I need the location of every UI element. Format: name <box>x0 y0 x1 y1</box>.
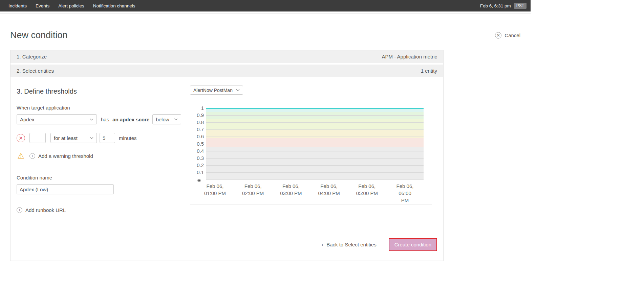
warning-triangle-icon: ⚠ <box>17 152 25 160</box>
y-gridline <box>206 172 424 173</box>
nav-divider <box>0 11 531 14</box>
card-footer: ‹ Back to Select entities Create conditi… <box>10 224 443 261</box>
chart-plot <box>206 108 424 179</box>
y-gridline <box>206 158 424 159</box>
chart-area: 10.90.80.70.60.50.40.30.20.1 <box>194 108 424 179</box>
entity-select[interactable]: AlertNow PostMan <box>190 86 243 95</box>
y-gridline <box>206 165 424 166</box>
threshold-band <box>206 147 424 179</box>
chevron-down-icon <box>236 89 240 91</box>
x-tick-label: Feb 06, 05:00 PM <box>356 183 378 197</box>
duration-minutes-input[interactable] <box>100 133 115 143</box>
critical-circle-x-icon: ✕ <box>17 134 25 142</box>
topbar-clock: Feb 6, 6:31 pm PST <box>480 3 527 9</box>
chevron-down-icon <box>90 137 93 139</box>
create-condition-button[interactable]: Create condition <box>389 238 437 251</box>
runbook-row: + Add runbook URL <box>17 207 190 224</box>
step-select-entities-value: 1 entity <box>421 68 437 74</box>
apdex-score-label: an apdex score <box>112 117 149 122</box>
thresholds-form: 3. Define thresholds When target applica… <box>17 79 190 224</box>
define-thresholds-section: 3. Define thresholds When target applica… <box>10 79 443 224</box>
x-tick-label: Feb 06, 01:00 PM <box>204 183 226 197</box>
timezone-badge: PST <box>514 3 527 9</box>
target-metric-select-value: Apdex <box>20 117 35 122</box>
chevron-down-icon <box>174 118 178 121</box>
x-axis-line <box>206 179 424 179</box>
add-runbook-url-link[interactable]: Add runbook URL <box>25 207 66 213</box>
entity-select-value: AlertNow PostMan <box>193 88 233 93</box>
operator-select-value: below <box>156 117 169 122</box>
y-tick-label: 0.3 <box>197 155 204 161</box>
preview-panel: AlertNow PostMan 10.90.80.70.60.50.40.30… <box>190 79 432 224</box>
y-tick-label: 1 <box>201 105 204 111</box>
step-select-entities-label: 2. Select entities <box>17 68 54 74</box>
y-tick-label: 0.9 <box>197 112 204 118</box>
condition-name-label: Condition name <box>17 175 190 180</box>
target-application-label: When target application <box>17 105 190 111</box>
x-tick-label: Feb 06, 02:00 PM <box>242 183 264 197</box>
back-to-select-entities-link[interactable]: ‹ Back to Select entities <box>322 242 377 247</box>
nav-item-incidents[interactable]: Incidents <box>4 0 31 11</box>
has-label: has <box>101 117 109 122</box>
top-nav-menu: Incidents Events Alert policies Notifica… <box>4 0 139 11</box>
step-categorize-value: APM - Application metric <box>382 54 437 59</box>
duration-condition-select[interactable]: for at least <box>50 133 97 143</box>
y-tick-label: 0.8 <box>197 119 204 125</box>
y-tick-label: 0.5 <box>197 141 204 147</box>
condition-name-input[interactable] <box>17 184 114 194</box>
back-link-label: Back to Select entities <box>326 242 377 247</box>
add-circle-icon: + <box>29 153 35 159</box>
critical-value-input[interactable] <box>29 133 46 143</box>
apdex-series-line <box>206 108 424 109</box>
chevron-left-icon: ‹ <box>322 242 324 247</box>
y-gridline <box>206 151 424 151</box>
current-time: Feb 6, 6:31 pm <box>480 3 511 8</box>
add-circle-icon: + <box>17 207 22 213</box>
y-gridline <box>206 122 424 123</box>
threshold-band <box>206 138 424 147</box>
y-gridline <box>206 129 424 130</box>
app-window: Incidents Events Alert policies Notifica… <box>0 0 531 261</box>
define-thresholds-heading: 3. Define thresholds <box>17 88 190 95</box>
y-gridline <box>206 144 424 144</box>
time-range-slider-handle[interactable] <box>197 179 201 182</box>
metric-row: Apdex has an apdex score below <box>17 114 190 124</box>
cancel-circle-x-icon: ✕ <box>495 32 501 39</box>
step-categorize-label: 1. Categorize <box>17 54 47 59</box>
y-tick-label: 0.7 <box>197 126 204 133</box>
page-header: New condition ✕ Cancel <box>10 30 520 41</box>
warning-threshold-row: ⚠ + Add a warning threshold <box>17 152 190 160</box>
y-gridline <box>206 115 424 116</box>
new-condition-card: 1. Categorize APM - Application metric 2… <box>10 50 444 261</box>
entity-select-wrap: AlertNow PostMan <box>190 86 432 95</box>
x-tick-label: Feb 06, 03:00 PM <box>280 183 302 197</box>
cancel-button[interactable]: ✕ Cancel <box>495 32 520 39</box>
y-tick-label: 0.4 <box>197 148 204 154</box>
top-navigation: Incidents Events Alert policies Notifica… <box>0 0 531 11</box>
y-tick-label: 0.2 <box>197 162 204 168</box>
x-tick-label: Feb 06, 04:00 PM <box>318 183 340 197</box>
threshold-band <box>206 119 424 130</box>
nav-item-alert-policies[interactable]: Alert policies <box>54 0 89 11</box>
target-metric-select[interactable]: Apdex <box>17 114 97 124</box>
y-tick-label: 0.6 <box>197 134 204 140</box>
chevron-down-icon <box>90 118 93 121</box>
x-axis-labels: Feb 06, 01:00 PMFeb 06, 02:00 PMFeb 06, … <box>206 183 424 199</box>
main-content: New condition ✕ Cancel 1. Categorize APM… <box>0 30 531 261</box>
nav-item-events[interactable]: Events <box>31 0 54 11</box>
duration-condition-select-value: for at least <box>54 135 78 141</box>
operator-select[interactable]: below <box>152 114 181 124</box>
step-select-entities[interactable]: 2. Select entities 1 entity <box>10 65 443 77</box>
page-title: New condition <box>10 30 68 41</box>
add-warning-threshold-link[interactable]: Add a warning threshold <box>38 153 93 159</box>
critical-threshold-row: ✕ for at least minutes <box>17 133 190 143</box>
y-gridline <box>206 137 424 137</box>
y-tick-label: 0.1 <box>197 169 204 175</box>
nav-item-notification-channels[interactable]: Notification channels <box>89 0 140 11</box>
cancel-label: Cancel <box>505 32 520 38</box>
y-axis-labels: 10.90.80.70.60.50.40.30.20.1 <box>194 108 206 179</box>
minutes-label: minutes <box>119 135 137 141</box>
x-tick-label: Feb 06, 06:00 PM <box>396 183 414 204</box>
step-categorize[interactable]: 1. Categorize APM - Application metric <box>10 50 443 63</box>
apdex-preview-chart: 10.90.80.70.60.50.40.30.20.1 Feb 06, 01:… <box>190 101 432 204</box>
